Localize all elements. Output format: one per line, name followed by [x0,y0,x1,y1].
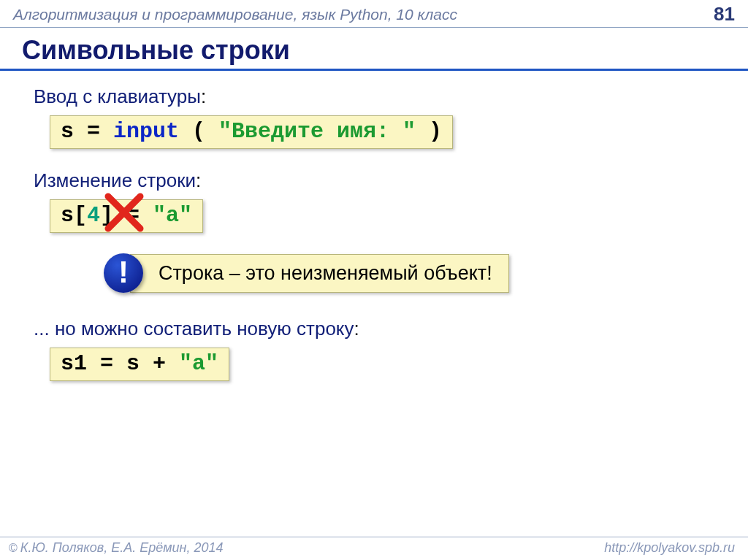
code-text: ] = [100,203,153,228]
code-mutate: s[4] = "a" [50,199,203,233]
code-keyword-input: input [113,119,179,144]
slide-title: Символьные строки [22,35,726,69]
slide: Алгоритмизация и программирование, язык … [0,0,748,560]
slide-header: Алгоритмизация и программирование, язык … [0,0,748,28]
label-colon: : [196,169,201,191]
label-colon: : [201,85,206,107]
code-mutate-wrap: s[4] = "a" [34,199,203,233]
course-title: Алгоритмизация и программирование, язык … [13,6,457,23]
slide-content: Ввод с клавиатуры: s = input ( "Введите … [0,71,748,381]
footer-url: http://kpolyakov.spb.ru [604,540,735,556]
code-newstring: s1 = s + "a" [50,348,229,381]
footer-authors: К.Ю. Поляков, Е.А. Ерёмин, 2014 [20,540,224,556]
section-newstring-label: ... но можно составить новую строку: [34,318,714,340]
label-text: Ввод с клавиатуры [34,85,201,107]
code-index: 4 [87,203,100,228]
section-mutate-label: Изменение строки: [34,169,714,192]
code-text: s1 = s + [61,351,179,376]
exclamation-icon: ! [104,253,143,293]
slide-footer: © К.Ю. Поляков, Е.А. Ерёмин, 2014 http:/… [0,537,748,560]
code-text: ) [416,119,442,144]
footer-left: © К.Ю. Поляков, Е.А. Ерёмин, 2014 [9,540,224,556]
code-text: s = [61,119,113,144]
label-text: Изменение строки [34,169,196,191]
code-input: s = input ( "Введите имя: " ) [50,115,453,149]
code-string: "a" [153,203,192,228]
note-text: Строка – это неизменяемый объект! [159,262,492,284]
copyright-icon: © [9,542,18,555]
note-row: ! Строка – это неизменяемый объект! [104,253,714,293]
label-text: ... но можно составить новую строку [34,318,354,340]
section-mutate: Изменение строки: s[4] = "a" [34,169,714,233]
section-newstring: ... но можно составить новую строку: s1 … [34,318,714,381]
code-text: s[ [61,203,87,228]
section-input-label: Ввод с клавиатуры: [34,85,714,108]
page-number: 81 [714,3,735,26]
code-string: "a" [179,351,218,376]
label-colon: : [354,318,359,340]
title-row: Символьные строки [0,29,748,71]
code-text: ( [179,119,218,144]
section-input: Ввод с клавиатуры: s = input ( "Введите … [34,85,714,149]
code-string: "Введите имя: " [218,119,416,144]
note-box: Строка – это неизменяемый объект! [130,254,509,293]
